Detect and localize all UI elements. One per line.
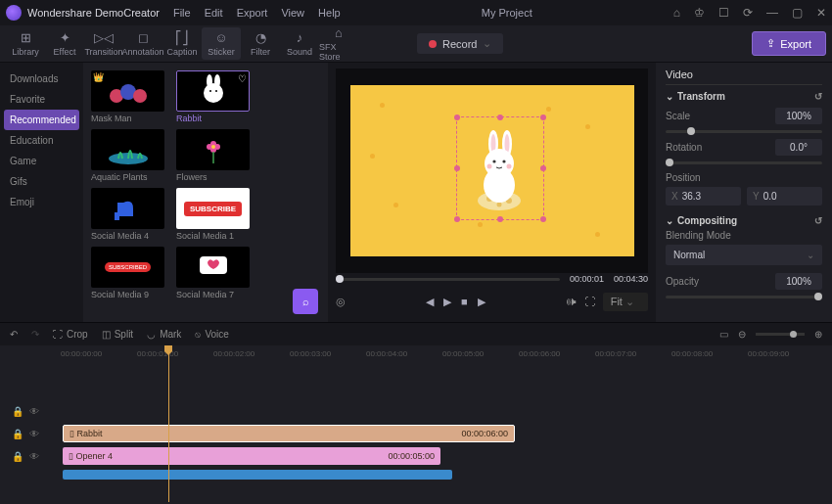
minimize-icon[interactable]: — (766, 6, 778, 20)
sidebar-item-education[interactable]: Education (0, 130, 83, 151)
eye-icon[interactable]: 👁 (29, 406, 39, 417)
track-row: 🔒👁 (0, 400, 832, 422)
sidebar-item-emoji[interactable]: Emoji (0, 192, 83, 212)
fullscreen-button[interactable]: ⛶ (584, 296, 595, 307)
sidebar-item-recommended[interactable]: Recommended (4, 110, 79, 130)
snapshot-button[interactable]: ◎ (336, 296, 346, 308)
split-button[interactable]: ◫Split (102, 329, 133, 340)
blend-dropdown[interactable]: Normal⌄ (666, 245, 822, 265)
sidebar-item-gifs[interactable]: Gifs (0, 171, 83, 192)
eye-icon[interactable]: 👁 (29, 429, 39, 439)
asset-mask-man[interactable]: 👑 Mask Man (91, 70, 164, 123)
tool-transition[interactable]: ▷◁Transition (84, 30, 123, 57)
lock-icon[interactable]: 🔒 (12, 429, 23, 439)
export-button[interactable]: ⇪Export (752, 31, 826, 56)
tool-sticker[interactable]: ☺Sticker (202, 27, 241, 60)
clip-audio[interactable] (63, 470, 452, 480)
clip-rabbit[interactable]: ▯ Rabbit00:00:06:00 (63, 425, 515, 442)
menu-file[interactable]: File (173, 7, 191, 19)
redo-button[interactable]: ↷ (31, 329, 39, 340)
next-button[interactable]: ▶ (478, 296, 485, 308)
rotation-slider[interactable] (666, 161, 822, 164)
reset-icon[interactable]: ↺ (814, 215, 822, 226)
timeline-ruler[interactable]: 00:00:00:00 00:00:01:00 00:00:02:00 00:0… (61, 345, 832, 361)
zoom-out-button[interactable]: ⊖ (738, 329, 746, 340)
properties-tab-video[interactable]: Video (666, 69, 822, 85)
reset-icon[interactable]: ↺ (814, 91, 822, 102)
asset-social4[interactable]: Social Media 4 (91, 188, 164, 241)
asset-social1[interactable]: SUBSCRIBE Social Media 1 (176, 188, 250, 241)
preview-scrubber[interactable] (336, 278, 560, 281)
resize-handle[interactable] (454, 115, 460, 120)
selection-box[interactable] (456, 116, 544, 220)
mic-icon: ⍉ (195, 329, 201, 340)
stop-button[interactable]: ■ (461, 296, 468, 307)
zoom-in-button[interactable]: ⊕ (814, 329, 822, 340)
menu-view[interactable]: View (281, 7, 304, 19)
timeline-view-button[interactable]: ▭ (719, 329, 728, 340)
menu-edit[interactable]: Edit (205, 7, 223, 19)
close-icon[interactable]: ✕ (816, 6, 826, 20)
sidebar-item-game[interactable]: Game (0, 151, 83, 171)
tool-effect[interactable]: ✦Effect (45, 30, 84, 57)
scale-slider[interactable] (666, 130, 822, 133)
tool-sound[interactable]: ♪Sound (280, 30, 319, 57)
chevron-down-icon[interactable]: ⌄ (666, 215, 673, 226)
resize-handle[interactable] (540, 115, 546, 120)
volume-button[interactable]: 🕪 (566, 296, 577, 307)
opacity-slider[interactable] (666, 296, 822, 298)
asset-aquatic[interactable]: Aquatic Plants (91, 129, 164, 182)
rotation-label: Rotation (666, 142, 702, 153)
tool-caption[interactable]: ⎡⎦Caption (162, 30, 202, 57)
resize-handle[interactable] (454, 165, 460, 171)
prev-button[interactable]: ◀ (426, 296, 434, 308)
mark-button[interactable]: ◡Mark (147, 329, 181, 340)
preview-canvas[interactable] (336, 69, 648, 273)
asset-flowers[interactable]: Flowers (176, 129, 250, 182)
chevron-down-icon[interactable]: ⌄ (666, 91, 673, 102)
maximize-icon[interactable]: ▢ (792, 6, 803, 20)
search-button[interactable]: ⌕ (293, 289, 318, 314)
resize-handle[interactable] (540, 216, 546, 222)
fit-dropdown[interactable]: Fit ⌄ (603, 293, 648, 311)
resize-handle[interactable] (497, 216, 503, 222)
voice-button[interactable]: ⍉Voice (195, 329, 228, 340)
playhead[interactable] (168, 345, 169, 502)
svg-point-6 (209, 90, 211, 92)
undo-button[interactable]: ↶ (10, 329, 18, 340)
resize-handle[interactable] (454, 216, 460, 222)
cart-icon[interactable]: ⌂ (673, 6, 680, 20)
account-icon[interactable]: ♔ (694, 6, 705, 20)
tool-library[interactable]: ⊞Library (6, 30, 45, 57)
asset-social7[interactable]: Social Media 7 (176, 247, 250, 299)
menu-help[interactable]: Help (318, 7, 341, 19)
asset-rabbit[interactable]: ♡ Rabbit (176, 70, 250, 123)
play-button[interactable]: ▶ (443, 296, 451, 308)
position-x-field[interactable]: X36.3 (666, 187, 741, 206)
asset-social9[interactable]: SUBSCRIBED Social Media 9 (91, 247, 164, 299)
record-button[interactable]: Record⌄ (417, 33, 503, 54)
menu-export[interactable]: Export (237, 7, 268, 19)
opacity-value[interactable]: 100% (775, 273, 822, 290)
crop-button[interactable]: ⛶Crop (53, 329, 88, 340)
lock-icon[interactable]: 🔒 (12, 406, 23, 417)
zoom-slider[interactable] (756, 333, 805, 336)
refresh-icon[interactable]: ⟳ (743, 6, 753, 20)
clip-opener[interactable]: ▯ Opener 400:00:05:00 (63, 447, 440, 465)
scale-value[interactable]: 100% (775, 108, 822, 124)
export-icon: ⇪ (766, 37, 775, 50)
tool-filter[interactable]: ◔Filter (241, 30, 280, 57)
svg-rect-15 (115, 212, 119, 220)
tool-annotation[interactable]: ◻Annotation (123, 30, 162, 57)
tool-sfx[interactable]: ⌂SFX Store (319, 25, 358, 62)
rotation-value[interactable]: 0.0° (775, 139, 822, 156)
eye-icon[interactable]: 👁 (29, 451, 39, 462)
lock-icon[interactable]: 🔒 (12, 451, 23, 462)
resize-handle[interactable] (540, 165, 546, 171)
sidebar-item-downloads[interactable]: Downloads (0, 69, 83, 89)
resize-handle[interactable] (497, 115, 503, 120)
cloud-icon[interactable]: ☐ (718, 6, 729, 20)
sidebar-item-favorite[interactable]: Favorite (0, 89, 83, 110)
position-y-field[interactable]: Y0.0 (747, 187, 822, 206)
svg-point-13 (211, 145, 215, 149)
